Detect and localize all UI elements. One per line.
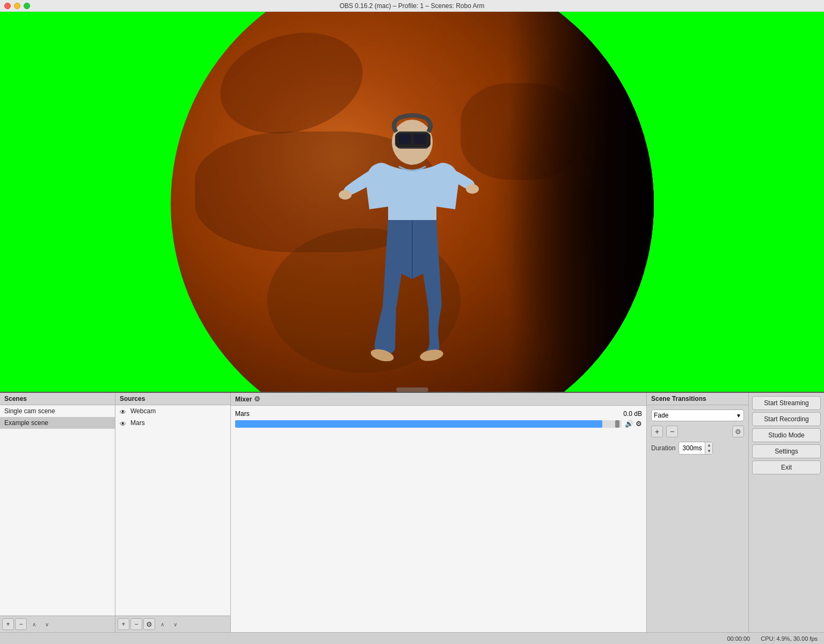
transitions-content: Fade ▼ + − ⚙ Duration 300ms ▲	[647, 405, 748, 632]
scenes-header: Scenes	[0, 393, 115, 405]
start-streaming-button[interactable]: Start Streaming	[752, 396, 821, 410]
controls-panel: Start Streaming Start Recording Studio M…	[749, 393, 824, 632]
sources-list: Webcam Mars	[115, 405, 230, 616]
mixer-track-icons: 🔊 ⚙	[625, 420, 642, 428]
transition-settings-button[interactable]: ⚙	[732, 426, 744, 437]
transition-add-button[interactable]: +	[651, 426, 663, 437]
transitions-header: Scene Transitions	[647, 393, 748, 405]
mixer-volume-slider[interactable]	[235, 420, 622, 428]
mixer-header-label: Mixer	[235, 396, 252, 403]
preview-scrollbar[interactable]	[396, 387, 428, 392]
scenes-panel: Scenes Single cam scene Example scene + …	[0, 393, 115, 632]
fade-select-label: Fade	[654, 412, 668, 419]
mixer-track-mars-controls: Mars 0.0 dB 🔊 ⚙	[235, 410, 642, 428]
duration-value: 300ms	[679, 444, 705, 452]
exit-button[interactable]: Exit	[752, 460, 821, 474]
mixer-panel: Mixer ⚙ Mars 0.0 dB	[231, 393, 647, 632]
svg-point-6	[466, 184, 479, 194]
source-add-button[interactable]: +	[118, 618, 129, 630]
mixer-header: Mixer ⚙	[231, 393, 646, 406]
duration-down-arrow[interactable]: ▼	[705, 448, 712, 454]
titlebar: OBS 0.16.2 (mac) – Profile: 1 – Scenes: …	[0, 0, 824, 12]
mixer-track-mars: Mars 0.0 dB 🔊 ⚙	[235, 410, 642, 428]
transitions-pm-row: + − ⚙	[651, 426, 744, 437]
scene-up-button[interactable]: ∧	[28, 618, 40, 630]
svg-rect-4	[414, 134, 426, 144]
mixer-track-name: Mars	[235, 410, 250, 418]
close-button[interactable]	[4, 3, 11, 9]
svg-point-9	[419, 348, 444, 362]
scenes-list: Single cam scene Example scene	[0, 405, 115, 616]
scene-item-example[interactable]: Example scene	[0, 417, 115, 429]
sources-header: Sources	[115, 393, 230, 405]
traffic-lights	[4, 3, 30, 9]
transitions-panel: Scene Transitions Fade ▼ + − ⚙ Duration	[647, 393, 749, 632]
source-item-mars[interactable]: Mars	[115, 417, 230, 429]
mixer-settings-icon[interactable]: ⚙	[636, 420, 642, 428]
source-down-button[interactable]: ∨	[169, 618, 181, 630]
source-settings-button[interactable]: ⚙	[143, 618, 155, 630]
maximize-button[interactable]	[24, 3, 30, 9]
status-time: 00:00:00	[727, 635, 750, 642]
source-up-button[interactable]: ∧	[156, 618, 168, 630]
mixer-slider-row: 🔊 ⚙	[235, 420, 642, 428]
settings-button[interactable]: Settings	[752, 444, 821, 458]
start-recording-button[interactable]: Start Recording	[752, 412, 821, 426]
window-title: OBS 0.16.2 (mac) – Profile: 1 – Scenes: …	[339, 2, 484, 10]
mixer-slider-thumb	[615, 420, 619, 428]
source-webcam-label: Webcam	[130, 407, 156, 415]
scene-add-button[interactable]: +	[2, 618, 14, 630]
preview-area	[0, 12, 824, 393]
mixer-gear-icon[interactable]: ⚙	[254, 395, 260, 403]
fade-select[interactable]: Fade ▼	[651, 409, 744, 421]
duration-input-container: 300ms ▲ ▼	[679, 442, 713, 455]
mixer-track-db: 0.0 dB	[623, 410, 642, 418]
status-bar: 00:00:00 CPU: 4.9%, 30.00 fps	[0, 632, 824, 644]
mixer-volume-icon[interactable]: 🔊	[625, 420, 633, 428]
transition-select-row: Fade ▼	[651, 409, 744, 421]
source-mars-label: Mars	[130, 419, 145, 427]
mixer-content: Mars 0.0 dB 🔊 ⚙	[231, 406, 646, 632]
duration-row: Duration 300ms ▲ ▼	[651, 442, 744, 455]
source-remove-button[interactable]: −	[130, 618, 142, 630]
duration-up-arrow[interactable]: ▲	[705, 442, 712, 448]
panels-row: Scenes Single cam scene Example scene + …	[0, 393, 824, 632]
bottom-panel: Scenes Single cam scene Example scene + …	[0, 393, 824, 644]
fade-select-arrow: ▼	[736, 413, 741, 419]
mixer-slider-fill	[235, 420, 602, 428]
person-overlay	[337, 113, 487, 370]
eye-icon-webcam	[120, 408, 127, 414]
mixer-track-header: Mars 0.0 dB	[235, 410, 642, 418]
source-item-webcam[interactable]: Webcam	[115, 405, 230, 417]
svg-point-5	[339, 190, 352, 200]
scene-remove-button[interactable]: −	[15, 618, 27, 630]
minimize-button[interactable]	[14, 3, 20, 9]
transition-remove-button[interactable]: −	[666, 426, 678, 437]
status-cpu: CPU: 4.9%, 30.00 fps	[761, 635, 818, 642]
scene-item-single-cam[interactable]: Single cam scene	[0, 405, 115, 417]
sources-panel: Sources Webcam Mars + − ⚙ ∧ ∨	[115, 393, 231, 632]
scene-down-button[interactable]: ∨	[41, 618, 53, 630]
duration-label: Duration	[651, 444, 675, 452]
studio-mode-button[interactable]: Studio Mode	[752, 428, 821, 442]
svg-rect-3	[399, 134, 411, 144]
sources-toolbar: + − ⚙ ∧ ∨	[115, 616, 230, 632]
duration-stepper[interactable]: ▲ ▼	[705, 442, 712, 454]
eye-icon-mars	[120, 420, 127, 426]
scenes-toolbar: + − ∧ ∨	[0, 616, 115, 632]
